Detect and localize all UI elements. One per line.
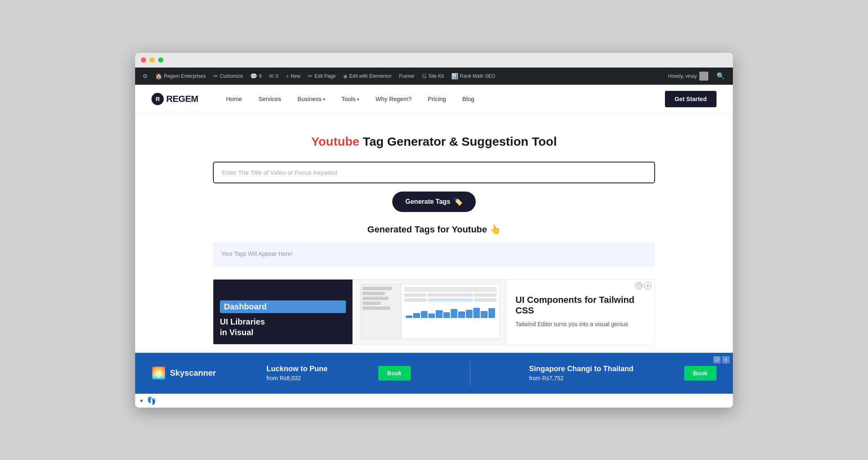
keyword-search-input[interactable] <box>213 162 655 183</box>
logo-icon: R <box>151 93 164 105</box>
nav-home[interactable]: Home <box>219 92 249 106</box>
skyscanner-icon: 🌅 <box>151 366 166 380</box>
mock-chart <box>404 303 497 320</box>
main-content: Youtube Tag Generator & Suggestion Tool … <box>135 114 733 353</box>
mock-main <box>402 284 499 338</box>
bottom-ad-banner: ⓘ × 🌅 Skyscanner Lucknow to Pune from Rs… <box>135 353 733 394</box>
toggle-icon2: 👣 <box>147 396 156 405</box>
site-icon: 🏠 <box>155 73 162 79</box>
flight-deal-2: Singapore Changi to Thailand from Rs7,75… <box>529 365 633 381</box>
site-logo[interactable]: R REGEM <box>151 93 198 105</box>
bottom-ad-info[interactable]: ⓘ <box>713 356 721 363</box>
admin-chat[interactable]: ✉ 0 <box>266 68 282 85</box>
get-started-button[interactable]: Get Started <box>665 91 717 107</box>
skyscanner-logo: 🌅 Skyscanner <box>151 366 216 380</box>
admin-comments[interactable]: 💬 8 <box>247 68 265 85</box>
ad-badge: Dashboard <box>220 300 346 313</box>
admin-sitekit[interactable]: G Site Kit <box>419 68 447 85</box>
ad-divider <box>470 361 470 386</box>
ad-right-title: UI Components for Tailwind CSS <box>515 295 646 316</box>
wp-admin-bar: ⚙ 🏠 Regem Enterprises ✏ Customize 💬 8 ✉ … <box>135 68 733 85</box>
traffic-light-red[interactable] <box>141 57 146 63</box>
flight-deal-1: Lucknow to Pune from Rs8,032 <box>267 365 328 381</box>
ad-controls: ⓘ × <box>635 282 651 289</box>
bottom-ad-close[interactable]: × <box>722 356 730 363</box>
admin-framer[interactable]: Framer <box>396 68 418 85</box>
ad-screenshot-area <box>353 280 507 344</box>
admin-howdy[interactable]: Howdy, vinay <box>665 72 712 81</box>
admin-customize[interactable]: ✏ Customize <box>210 68 246 85</box>
ad-close-icon[interactable]: × <box>644 282 651 289</box>
admin-edit-page[interactable]: ✏ Edit Page <box>305 68 339 85</box>
traffic-light-yellow[interactable] <box>149 57 155 63</box>
admin-search-icon[interactable]: 🔍 <box>712 72 729 80</box>
nav-tools[interactable]: Tools ▾ <box>334 92 366 106</box>
ad-left-panel: Dashboard UI Libraries in Visual <box>213 280 353 344</box>
ad-mockup <box>360 284 500 339</box>
comments-icon: 💬 <box>250 73 257 79</box>
advertisement-1: ⓘ × Dashboard UI Libraries in Visual <box>213 279 655 345</box>
ad-right-panel: UI Components for Tailwind CSS Tailwind … <box>507 280 655 344</box>
browser-titlebar <box>135 53 733 68</box>
google-icon: G <box>422 73 427 79</box>
wp-logo-item[interactable]: ⚙ <box>139 68 151 85</box>
toggle-arrow[interactable]: ▾ <box>140 397 143 404</box>
generate-btn-container: Generate Tags 🏷️ <box>151 192 717 212</box>
ad-info-icon[interactable]: ⓘ <box>635 282 642 289</box>
admin-site-name[interactable]: 🏠 Regem Enterprises <box>152 68 209 85</box>
site-nav: R REGEM Home Services Business ▾ Tools ▾… <box>135 85 733 114</box>
bottom-toggle-bar: ▾ 👣 <box>135 394 733 408</box>
tools-chevron: ▾ <box>357 97 359 101</box>
admin-elementor[interactable]: ◈ Edit with Elementor <box>340 68 395 85</box>
edit-icon: ✏ <box>308 73 313 79</box>
page-title: Youtube Tag Generator & Suggestion Tool <box>151 135 717 149</box>
mock-sidebar <box>361 284 402 338</box>
chat-icon: ✉ <box>269 73 274 79</box>
generated-tags-title: Generated Tags for Youtube 👆 <box>151 224 717 235</box>
tags-output-area: Your Tags Will Appear Here! <box>213 242 655 267</box>
nav-services[interactable]: Services <box>251 92 289 106</box>
admin-rankmath[interactable]: 📊 Rank Math SEO <box>448 68 499 85</box>
elementor-icon: ◈ <box>343 73 348 79</box>
book-button-1[interactable]: Book <box>378 366 411 381</box>
generate-tags-button[interactable]: Generate Tags 🏷️ <box>392 192 476 212</box>
search-bar-container <box>213 162 655 183</box>
bottom-ad-controls: ⓘ × <box>713 356 730 363</box>
tag-icon: 🏷️ <box>454 197 463 206</box>
nav-menu: Home Services Business ▾ Tools ▾ Why Reg… <box>219 92 665 106</box>
plus-icon: + <box>286 73 289 79</box>
admin-new[interactable]: + New <box>283 68 304 85</box>
nav-blog[interactable]: Blog <box>455 92 481 106</box>
nav-why-regem[interactable]: Why Regem? <box>368 92 419 106</box>
traffic-light-green[interactable] <box>158 57 163 63</box>
business-chevron: ▾ <box>323 97 325 101</box>
book-button-2[interactable]: Book <box>684 366 717 381</box>
admin-avatar <box>699 72 708 81</box>
customize-icon: ✏ <box>213 73 218 79</box>
ad-left-title: UI Libraries in Visual <box>220 316 346 338</box>
nav-pricing[interactable]: Pricing <box>420 92 453 106</box>
rankmath-icon: 📊 <box>451 73 458 79</box>
ad-right-desc: Tailwind Editor turns you into a visual … <box>515 320 646 329</box>
nav-business[interactable]: Business ▾ <box>290 92 332 106</box>
wp-icon: ⚙ <box>142 73 148 79</box>
